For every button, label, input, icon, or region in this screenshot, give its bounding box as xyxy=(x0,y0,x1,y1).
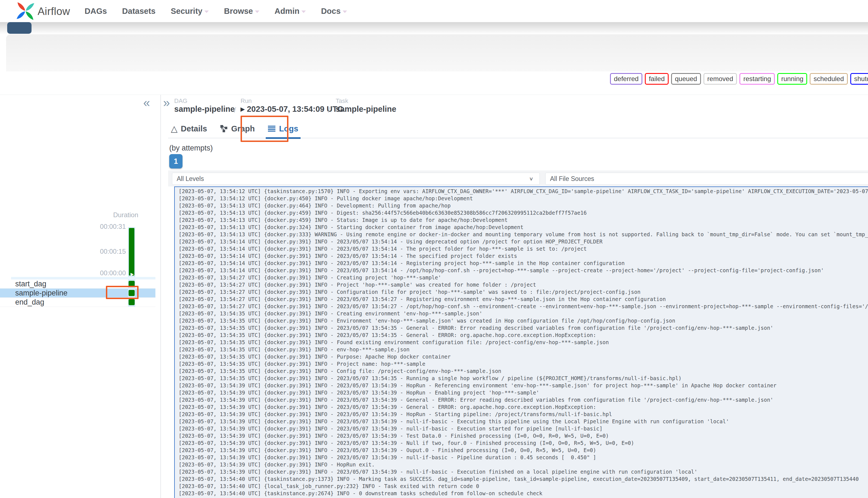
log-line: [2023-05-07, 13:54:35 UTC] {docker.py:39… xyxy=(179,353,868,360)
axis-tick-label: 00:00:31 xyxy=(0,223,126,231)
warning-triangle-icon: △︎ xyxy=(171,124,177,133)
breadcrumb-separator: / xyxy=(234,106,236,115)
duration-axis-title: Duration xyxy=(0,211,138,219)
nav-item[interactable]: Datasets xyxy=(122,6,156,16)
log-line: [2023-05-07, 13:54:40 UTC] {taskinstance… xyxy=(179,475,868,483)
state-legend-badge[interactable]: scheduled xyxy=(810,73,847,85)
chevron-down-icon xyxy=(255,11,259,13)
log-line: [2023-05-07, 13:54:35 UTC] {docker.py:39… xyxy=(179,310,868,317)
log-line: [2023-05-07, 13:54:35 UTC] {docker.py:39… xyxy=(179,375,868,382)
log-line: [2023-05-07, 13:54:13 UTC] {docker.py:45… xyxy=(179,209,868,217)
log-line: [2023-05-07, 13:54:35 UTC] {docker.py:39… xyxy=(179,367,868,375)
tab-details[interactable]: △︎ Details xyxy=(171,119,207,138)
log-line: [2023-05-07, 13:54:39 UTC] {docker.py:39… xyxy=(179,418,868,425)
attempt-1-button[interactable]: 1 xyxy=(169,154,183,169)
log-line: [2023-05-07, 13:54:39 UTC] {docker.py:39… xyxy=(179,454,868,461)
annotation-box xyxy=(241,116,289,142)
nav-item[interactable]: Docs xyxy=(321,6,347,16)
nav-item-label: Security xyxy=(171,6,202,16)
graph-icon xyxy=(221,125,228,132)
breadcrumb-dag-label: DAG xyxy=(174,97,187,105)
annotation-box xyxy=(106,286,138,299)
axis-tick-label: 00:00:15 xyxy=(0,248,126,255)
play-icon: ▶ xyxy=(241,106,245,112)
nav-item[interactable]: Admin xyxy=(275,6,306,16)
breadcrumb-dag-value[interactable]: sample-pipeline xyxy=(174,105,235,114)
breadcrumb-separator: / xyxy=(328,106,330,115)
log-line: [2023-05-07, 13:54:35 UTC] {docker.py:39… xyxy=(179,317,868,324)
log-line: [2023-05-07, 13:54:35 UTC] {docker.py:39… xyxy=(179,331,868,339)
nav-item[interactable]: Security xyxy=(171,6,209,16)
log-line: [2023-05-07, 13:54:40 UTC] {local_task_j… xyxy=(179,483,868,490)
chevron-down-icon: ∨ xyxy=(529,176,533,182)
task-status-square[interactable] xyxy=(129,299,135,305)
log-line: [2023-05-07, 13:54:13 UTC] {docker.py:32… xyxy=(179,224,868,231)
log-line: [2023-05-07, 13:54:12 UTC] {taskinstance… xyxy=(179,187,868,195)
breadcrumb-task-value[interactable]: sample-pipeline xyxy=(336,105,396,114)
task-name: end_dag xyxy=(15,298,44,307)
nav-item-label: Datasets xyxy=(122,6,156,16)
airflow-task-logs-page: Airflow DAGs Datasets Security Browse Ad… xyxy=(0,0,868,498)
log-level-select[interactable]: All Levels ∨ xyxy=(172,173,540,185)
log-line: [2023-05-07, 13:54:39 UTC] {docker.py:39… xyxy=(179,382,868,389)
nav-scroll-shadow xyxy=(0,22,868,34)
log-line: [2023-05-07, 13:54:35 UTC] {docker.py:39… xyxy=(179,360,868,367)
airflow-logo-icon[interactable] xyxy=(16,2,35,21)
nav-item[interactable]: Browse xyxy=(224,6,259,16)
nav-menu: DAGs Datasets Security Browse Admin Docs xyxy=(85,0,347,22)
log-line: [2023-05-07, 13:54:39 UTC] {docker.py:39… xyxy=(179,425,868,432)
log-line: [2023-05-07, 13:54:35 UTC] {docker.py:39… xyxy=(179,346,868,353)
log-line: [2023-05-07, 13:54:35 UTC] {docker.py:39… xyxy=(179,339,868,346)
duration-chart-column[interactable]: ▶ xyxy=(128,227,135,279)
state-legend-badge[interactable]: running xyxy=(777,73,807,85)
log-output-panel[interactable]: [2023-05-07, 13:54:12 UTC] {taskinstance… xyxy=(174,186,868,498)
file-source-select[interactable]: All File Sources xyxy=(545,173,868,185)
log-line: [2023-05-07, 13:54:39 UTC] {docker.py:39… xyxy=(179,432,868,440)
task-name: start_dag xyxy=(15,279,46,289)
log-line: [2023-05-07, 13:54:39 UTC] {docker.py:39… xyxy=(179,468,868,475)
duration-bar[interactable]: ▶ xyxy=(129,228,134,276)
chevron-down-icon xyxy=(302,11,306,13)
log-line: [2023-05-07, 13:54:13 UTC] {docker.py:33… xyxy=(179,231,868,238)
state-legend-badge[interactable]: restarting xyxy=(739,73,775,85)
nav-item[interactable]: DAGs xyxy=(85,6,107,16)
expand-panel-button[interactable]: » xyxy=(163,96,170,109)
log-line: [2023-05-07, 13:54:13 UTC] {docker.py:45… xyxy=(179,217,868,224)
state-legend-badge[interactable]: queued xyxy=(671,73,701,85)
grid-header-strip xyxy=(11,277,156,279)
state-legend-badge[interactable]: removed xyxy=(704,73,737,85)
log-line: [2023-05-07, 13:54:39 UTC] {docker.py:39… xyxy=(179,410,868,418)
log-line: [2023-05-07, 13:54:39 UTC] {docker.py:39… xyxy=(179,389,868,396)
task-grid-sidebar: Duration 00:00:3100:00:1500:00:00 ▶ star… xyxy=(0,95,160,498)
grid-view-tab[interactable] xyxy=(7,22,31,34)
log-line: [2023-05-07, 13:54:27 UTC] {docker.py:39… xyxy=(179,303,868,310)
axis-tick-label: 00:00:00 xyxy=(0,269,126,277)
nav-item-label: Browse xyxy=(224,6,253,16)
chevron-down-icon xyxy=(204,11,209,13)
log-line: [2023-05-07, 13:54:39 UTC] {docker.py:39… xyxy=(179,396,868,403)
file-source-value: All File Sources xyxy=(550,175,594,183)
state-legend-badge[interactable]: shutdown xyxy=(850,73,868,85)
log-line: [2023-05-07, 13:54:27 UTC] {docker.py:39… xyxy=(179,288,868,296)
log-level-value: All Levels xyxy=(177,175,204,183)
panel-divider[interactable] xyxy=(160,95,161,498)
log-line: [2023-05-07, 13:54:27 UTC] {docker.py:39… xyxy=(179,296,868,303)
log-line: [2023-05-07, 13:54:39 UTC] {docker.py:39… xyxy=(179,440,868,447)
chevron-down-icon xyxy=(343,11,347,13)
log-line: [2023-05-07, 13:54:14 UTC] {docker.py:39… xyxy=(179,260,868,267)
tab-details-label: Details xyxy=(181,124,207,133)
log-line: [2023-05-07, 13:54:14 UTC] {docker.py:39… xyxy=(179,238,868,245)
state-legend-badge[interactable]: failed xyxy=(645,73,668,85)
nav-item-label: DAGs xyxy=(85,6,107,16)
play-icon: ▶ xyxy=(131,272,134,277)
state-legend-badge[interactable]: deferred xyxy=(610,73,642,85)
log-line: [2023-05-07, 13:54:39 UTC] {docker.py:39… xyxy=(179,403,868,410)
nav-item-label: Docs xyxy=(321,6,341,16)
collapse-sidebar-button[interactable]: « xyxy=(143,96,150,109)
breadcrumb-task-label: Task xyxy=(336,97,348,105)
filter-panel xyxy=(6,34,868,71)
state-legend: deferredfailedqueuedremovedrestartingrun… xyxy=(610,73,868,85)
log-line: [2023-05-07, 13:54:27 UTC] {docker.py:39… xyxy=(179,274,868,281)
brand-name: Airflow xyxy=(38,5,70,17)
log-line: [2023-05-07, 13:54:14 UTC] {docker.py:39… xyxy=(179,245,868,252)
